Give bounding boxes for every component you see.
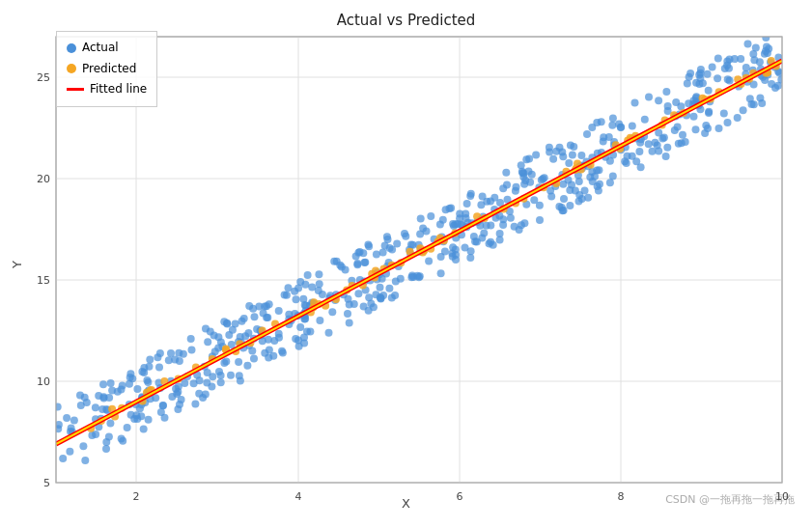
svg-point-590 [248,347,256,355]
svg-point-566 [525,168,533,176]
svg-point-348 [714,74,721,82]
svg-point-53 [146,355,154,363]
svg-point-24 [325,329,333,337]
svg-point-552 [439,216,447,224]
svg-point-330 [190,379,198,387]
svg-point-458 [450,222,458,230]
svg-point-584 [565,159,573,167]
svg-point-616 [541,174,548,181]
svg-point-471 [466,192,474,200]
svg-point-180 [532,151,540,158]
svg-point-509 [777,76,785,84]
svg-point-150 [227,372,235,379]
legend-actual: Actual [67,38,147,59]
svg-point-585 [114,388,122,396]
svg-point-449 [365,242,373,250]
svg-point-426 [204,338,211,346]
svg-point-403 [92,403,99,411]
svg-point-139 [645,94,653,101]
svg-point-195 [81,457,89,464]
svg-point-73 [662,88,670,96]
svg-point-76 [346,320,353,327]
svg-point-562 [353,260,361,267]
svg-point-408 [740,106,747,114]
svg-point-192 [145,416,153,424]
predicted-label: Predicted [82,59,136,80]
svg-point-604 [575,191,583,199]
svg-point-427 [462,244,469,252]
svg-point-64 [344,310,351,318]
svg-point-373 [658,134,666,142]
svg-point-352 [609,115,617,123]
svg-point-559 [593,119,601,126]
svg-point-473 [662,153,670,160]
svg-point-491 [237,377,244,385]
svg-point-194 [250,354,258,362]
svg-point-534 [191,401,199,408]
svg-point-450 [695,70,703,78]
svg-point-579 [499,184,507,192]
svg-point-504 [705,87,713,95]
svg-point-359 [105,433,113,441]
svg-point-409 [59,455,67,462]
svg-point-191 [379,248,387,256]
svg-point-613 [187,335,195,343]
svg-point-349 [750,56,758,64]
svg-point-540 [372,291,379,298]
svg-point-383 [608,122,616,129]
svg-point-462 [126,380,133,388]
svg-point-257 [385,285,393,292]
svg-point-520 [570,143,577,151]
svg-point-610 [704,125,712,132]
svg-point-263 [487,222,494,230]
svg-point-611 [63,414,70,422]
svg-point-273 [425,257,433,264]
svg-point-486 [352,253,360,261]
svg-point-424 [591,173,599,181]
svg-point-600 [295,343,303,350]
fitted-line-icon [67,88,84,91]
svg-point-206 [652,139,659,147]
svg-point-618 [176,401,183,408]
svg-point-379 [566,186,574,194]
svg-point-151 [360,302,368,310]
svg-point-389 [686,73,693,81]
svg-point-482 [346,300,353,308]
svg-point-487 [79,442,87,450]
svg-point-233 [102,445,110,453]
svg-text:2: 2 [133,490,140,503]
svg-point-420 [105,394,113,402]
svg-point-38 [655,97,662,104]
svg-point-416 [167,349,175,357]
legend-fitted: Fitted line [67,79,147,100]
svg-point-592 [132,411,140,419]
svg-point-335 [726,77,734,85]
svg-point-415 [107,379,115,387]
svg-point-304 [402,233,409,240]
svg-point-569 [315,270,322,278]
svg-point-300 [238,318,246,325]
chart-container: Actual vs Predicted Y X CSDN @一拖再拖一拖再拖 [0,0,812,528]
svg-point-43 [124,424,131,431]
svg-point-593 [188,347,196,354]
svg-point-431 [762,34,770,42]
svg-point-586 [300,334,308,342]
svg-point-477 [507,214,515,222]
svg-point-516 [705,108,713,116]
svg-point-246 [92,431,99,438]
svg-point-414 [265,354,272,362]
svg-point-445 [285,284,293,292]
svg-point-582 [536,216,544,224]
svg-point-469 [275,330,283,338]
svg-point-437 [215,368,223,375]
svg-point-474 [144,378,152,386]
fitted-label: Fitted line [90,79,147,100]
svg-point-360 [106,420,114,428]
svg-point-392 [744,41,752,48]
svg-point-396 [133,385,141,393]
svg-point-286 [556,144,564,152]
svg-point-368 [377,284,384,292]
svg-point-494 [316,317,323,324]
svg-point-259 [709,64,716,71]
svg-point-404 [304,271,312,279]
